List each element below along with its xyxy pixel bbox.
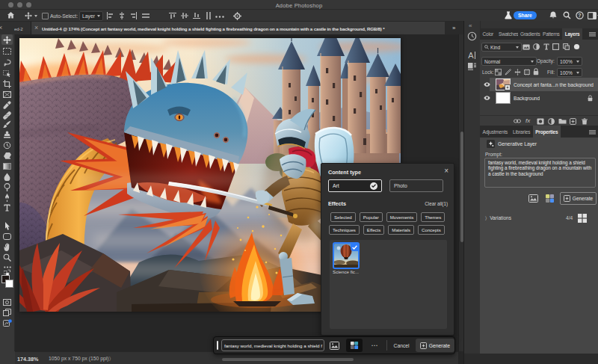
filter-type-layers-icon[interactable] bbox=[543, 43, 549, 50]
quick-mask-icon[interactable] bbox=[1, 297, 13, 307]
tool-preset-caret-icon[interactable] bbox=[34, 15, 37, 17]
opacity-field[interactable]: 100% bbox=[557, 57, 582, 66]
tool-hand[interactable] bbox=[1, 241, 13, 252]
tool-history-brush[interactable] bbox=[1, 140, 13, 150]
share-button[interactable]: Share bbox=[514, 11, 537, 19]
tag-themes[interactable]: Themes bbox=[421, 212, 445, 222]
effect-thumbnail-science-fiction[interactable] bbox=[333, 242, 360, 269]
history-panel-icon[interactable] bbox=[467, 31, 477, 41]
tag-techniques[interactable]: Techniques bbox=[329, 225, 360, 235]
tool-object-selection[interactable] bbox=[1, 68, 13, 78]
tag-popular[interactable]: Popular bbox=[360, 212, 383, 222]
tool-zoom[interactable] bbox=[1, 252, 13, 262]
tool-clone-stamp[interactable] bbox=[1, 129, 13, 140]
tab-close-icon[interactable]: × bbox=[0, 24, 2, 31]
filter-adjustment-layers-icon[interactable] bbox=[533, 43, 540, 50]
move-tool-options-icon[interactable] bbox=[25, 12, 32, 19]
align-distribute-settings-icon[interactable] bbox=[233, 12, 241, 20]
tool-blur[interactable] bbox=[1, 171, 13, 182]
distribute-v-icon[interactable] bbox=[205, 12, 212, 19]
auto-select-target-dropdown[interactable]: Layer bbox=[79, 11, 103, 21]
auto-select-checkbox[interactable] bbox=[42, 13, 49, 19]
beaker-icon[interactable] bbox=[505, 11, 512, 19]
tool-dodge[interactable] bbox=[1, 182, 13, 192]
lock-artboard-icon[interactable] bbox=[523, 69, 531, 75]
new-layer-icon[interactable] bbox=[570, 118, 576, 125]
status-chevron-icon[interactable]: 〉 bbox=[109, 356, 111, 362]
tag-concepts[interactable]: Concepts bbox=[418, 225, 445, 235]
tool-lasso[interactable] bbox=[1, 58, 13, 68]
tool-frame[interactable] bbox=[1, 89, 13, 99]
tool-pen[interactable] bbox=[1, 192, 13, 203]
lock-transparency-icon[interactable] bbox=[495, 69, 502, 75]
tab-untitled-4[interactable]: × Untitled-4 @ 174% (Concept art fantasy… bbox=[31, 22, 445, 34]
search-icon[interactable] bbox=[563, 11, 571, 19]
filter-image-layers-icon[interactable] bbox=[523, 44, 530, 50]
screen-mode-icon[interactable] bbox=[1, 307, 13, 318]
generate-button[interactable]: Generate bbox=[416, 339, 454, 352]
link-layers-icon[interactable] bbox=[514, 119, 521, 123]
tool-marquee[interactable] bbox=[1, 46, 13, 56]
visibility-eye-icon[interactable] bbox=[484, 82, 490, 87]
tab-overflow-chevron[interactable]: » bbox=[452, 25, 455, 31]
bell-icon[interactable] bbox=[549, 11, 557, 19]
reference-image-icon[interactable] bbox=[330, 342, 339, 350]
tool-path-select[interactable] bbox=[1, 220, 13, 231]
layer-thumbnail[interactable] bbox=[496, 92, 511, 104]
tab-adjustments[interactable]: Adjustments bbox=[480, 126, 511, 138]
align-bottom-icon[interactable] bbox=[193, 12, 200, 19]
more-options-icon[interactable] bbox=[215, 16, 224, 18]
generate-button[interactable]: Generate bbox=[560, 192, 597, 205]
prompt-textarea[interactable]: fantasy world, medieval knight holding a… bbox=[484, 158, 596, 188]
blend-mode-dropdown[interactable]: Normal bbox=[481, 57, 537, 66]
tool-move[interactable] bbox=[1, 34, 13, 45]
tool-crop[interactable] bbox=[1, 78, 13, 89]
home-icon[interactable] bbox=[7, 11, 15, 19]
visibility-eye-icon[interactable] bbox=[484, 96, 490, 100]
tool-type[interactable] bbox=[1, 203, 13, 213]
tab-layers[interactable]: Layers bbox=[562, 28, 582, 40]
tool-gradient[interactable] bbox=[1, 161, 13, 171]
panel-menu-icon[interactable] bbox=[589, 130, 596, 135]
tab-patterns[interactable]: Patterns bbox=[540, 28, 563, 40]
variations-grid-icon[interactable] bbox=[578, 214, 587, 223]
tag-movements[interactable]: Movements bbox=[386, 212, 418, 222]
content-type-art-button[interactable]: Art bbox=[328, 179, 382, 192]
filter-toggle-icon[interactable] bbox=[573, 43, 580, 50]
tool-brush[interactable] bbox=[1, 119, 13, 129]
variations-row[interactable]: 〉Variations bbox=[485, 215, 511, 221]
align-center-h-icon[interactable] bbox=[118, 12, 126, 19]
layer-effects-icon[interactable]: fx bbox=[525, 117, 530, 124]
workspace-icon[interactable] bbox=[588, 12, 597, 19]
delete-layer-icon[interactable] bbox=[582, 118, 588, 125]
layer-thumbnail[interactable] bbox=[496, 78, 511, 90]
zoom-level[interactable]: 174.38% bbox=[17, 356, 38, 363]
clear-all-link[interactable]: Clear all(1) bbox=[425, 201, 448, 206]
variations-grid-color-icon[interactable] bbox=[545, 194, 555, 203]
collapse-dock-icon[interactable]: « bbox=[469, 22, 472, 29]
tab-untitled-2[interactable]: × ed-2 bbox=[0, 22, 31, 34]
layer-row-background[interactable]: Background bbox=[480, 91, 598, 105]
filter-shape-layers-icon[interactable] bbox=[552, 43, 559, 50]
tag-selected[interactable]: Selected bbox=[330, 212, 356, 222]
background-color-swatch[interactable] bbox=[5, 280, 13, 288]
align-top-icon[interactable] bbox=[169, 12, 176, 19]
panel-menu-icon[interactable] bbox=[589, 32, 596, 37]
taskbar-prompt-field[interactable]: fantasy world, medieval knight holding a… bbox=[221, 339, 324, 351]
distribute-h-icon[interactable] bbox=[142, 12, 150, 19]
align-left-icon[interactable] bbox=[106, 12, 114, 19]
reference-image-icon[interactable] bbox=[528, 194, 538, 203]
horizontal-scrollbar-thumb[interactable] bbox=[222, 358, 354, 361]
lock-pixels-icon[interactable] bbox=[505, 69, 511, 75]
align-middle-icon[interactable] bbox=[181, 12, 188, 19]
content-type-photo-button[interactable]: Photo bbox=[389, 179, 443, 192]
align-right-icon[interactable] bbox=[130, 12, 138, 19]
fill-field[interactable]: 100% bbox=[557, 68, 582, 77]
tab-libraries[interactable]: Libraries bbox=[511, 126, 533, 138]
tool-eraser[interactable] bbox=[1, 150, 13, 161]
more-options-icon[interactable]: ⋯ bbox=[372, 342, 379, 349]
help-icon[interactable]: ? bbox=[576, 11, 584, 19]
adjustment-layer-icon[interactable] bbox=[548, 118, 555, 125]
tab-close-icon[interactable]: × bbox=[34, 24, 38, 31]
tag-effects[interactable]: Effects bbox=[363, 225, 385, 235]
